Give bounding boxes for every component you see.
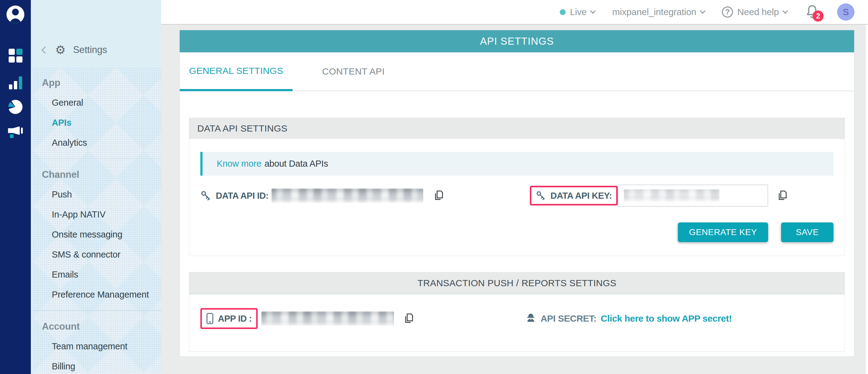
notification-count-badge: 2 [812,10,824,22]
data-api-key-label: DATA API KEY: [551,191,612,201]
app-rail [0,0,31,374]
megaphone-icon[interactable] [0,125,31,139]
back-chevron-icon[interactable] [41,46,49,54]
help-menu[interactable]: ? Need help [722,6,787,18]
help-label: Need help [737,7,779,17]
gear-icon: ⚙ [55,44,66,56]
generate-key-button[interactable]: GENERATE KEY [678,223,768,242]
data-api-key-input[interactable] [618,184,768,207]
chevron-down-icon [782,8,788,13]
transaction-settings-section: TRANSACTION PUSH / REPORTS SETTINGS APP … [189,272,845,352]
key-icon [536,191,546,201]
api-secret-group: API SECRET: Click here to show APP secre… [525,313,732,325]
api-secret-label: API SECRET: [541,313,596,324]
spy-icon [525,313,536,325]
data-api-fields-row: DATA API ID: DATA API KEY: [200,184,834,207]
live-status-dot [560,9,566,15]
phone-icon [206,313,214,325]
app-id-redacted-value [261,311,394,326]
sidebar-item-onsite-messaging[interactable]: Onsite messaging [33,225,161,245]
copy-icon[interactable] [776,190,788,202]
sidebar-item-analytics[interactable]: Analytics [33,133,161,153]
sidebar-item-sms-connector[interactable]: SMS & connector [33,245,161,265]
show-app-secret-link[interactable]: Click here to show APP secret! [601,313,732,324]
sidebar-item-inapp-nativ[interactable]: In-App NATIV [33,205,161,225]
sidebar-item-apis[interactable]: APIs [33,113,161,133]
apps-grid-icon[interactable] [0,49,31,63]
settings-sidebar: ⚙ Settings App General APIs Analytics Ch… [31,0,161,374]
user-avatar[interactable]: S [837,3,855,21]
data-api-key-annotation-box: DATA API KEY: [530,186,618,205]
know-more-text: about Data APIs [265,159,328,169]
key-icon [200,190,212,201]
tab-content-api[interactable]: CONTENT API [319,53,388,91]
notifications-button[interactable]: 2 [805,4,820,20]
sidebar-item-preference-management[interactable]: Preference Management [33,285,161,305]
question-circle-icon: ? [722,6,733,18]
tab-bar: GENERAL SETTINGS CONTENT API [180,53,854,91]
copy-icon[interactable] [403,312,415,325]
analytics-bars-icon[interactable] [0,76,31,89]
data-api-settings-section: DATA API SETTINGS Know more about Data A… [189,118,845,256]
data-api-key-redacted-value [624,190,719,202]
data-api-id-label: DATA API ID: [216,191,269,201]
know-more-link[interactable]: Know more [217,159,261,169]
top-header-bar: Live mixpanel_integration ? Need help 2 … [161,0,868,25]
sidebar-title: Settings [73,44,107,56]
environment-selector[interactable]: Live [560,7,595,17]
app-id-label: APP ID : [218,314,252,324]
brand-avatar-logo[interactable] [6,5,24,24]
project-selector[interactable]: mixpanel_integration [612,7,705,17]
transaction-fields-row: APP ID : API SECRET: [200,307,834,330]
app-id-annotation-box: APP ID : [200,308,258,329]
chevron-down-icon [700,8,705,13]
scrollbar-track[interactable] [866,25,868,374]
sidebar-item-general[interactable]: General [33,93,161,113]
sidebar-divider [33,158,161,159]
data-api-section-header: DATA API SETTINGS [189,118,844,139]
section-label-app: App [33,73,161,93]
section-label-account: Account [33,316,161,336]
buttons-row: GENERATE KEY SAVE [200,223,834,256]
sidebar-divider [33,310,161,311]
section-label-channel: Channel [33,165,161,184]
sidebar-item-emails[interactable]: Emails [33,265,161,285]
chevron-down-icon [590,8,595,13]
sidebar-item-team-management[interactable]: Team management [33,336,161,356]
know-more-banner: Know more about Data APIs [200,152,834,176]
page-title-banner: API SETTINGS [180,30,854,53]
main-content: API SETTINGS GENERAL SETTINGS CONTENT AP… [161,25,868,374]
data-api-id-redacted-value [272,189,423,203]
tab-general-settings[interactable]: GENERAL SETTINGS [180,53,292,91]
transaction-section-header: TRANSACTION PUSH / REPORTS SETTINGS [189,272,844,295]
environment-label: Live [570,7,587,17]
copy-icon[interactable] [432,190,445,202]
save-button[interactable]: SAVE [781,223,834,242]
project-name: mixpanel_integration [612,7,696,17]
sidebar-item-push[interactable]: Push [33,184,161,205]
pie-chart-icon[interactable] [0,100,31,114]
sidebar-item-billing[interactable]: Billing [33,356,161,374]
sidebar-nav: App General APIs Analytics Channel Push … [33,67,161,374]
api-settings-card: API SETTINGS GENERAL SETTINGS CONTENT AP… [179,30,855,357]
